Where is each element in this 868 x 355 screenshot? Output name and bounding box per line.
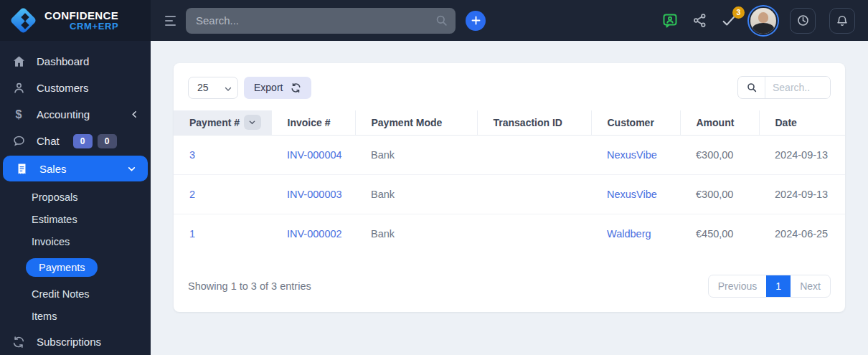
table-row[interactable]: 3 INV-000004 Bank NexusVibe €300,00 2024… bbox=[174, 135, 845, 174]
sidebar-subitem-label: Invoices bbox=[32, 236, 70, 247]
person-icon bbox=[11, 81, 26, 95]
sidebar-subitem-label: Proposals bbox=[32, 191, 77, 203]
topbar: 3 bbox=[151, 0, 868, 41]
cell-date: 2024-09-13 bbox=[759, 135, 845, 174]
cell-payment-number: 1 bbox=[174, 214, 271, 253]
cell-invoice: INV-000002 bbox=[271, 214, 355, 253]
chevron-down-icon bbox=[127, 164, 136, 174]
chat-badges: 0 0 bbox=[73, 134, 117, 148]
customer-link[interactable]: NexusVibe bbox=[607, 189, 657, 200]
sort-chevron-icon[interactable] bbox=[244, 115, 261, 130]
sidebar-subitem[interactable]: Items bbox=[0, 305, 151, 327]
col-header-invoice[interactable]: Invoice # bbox=[271, 110, 355, 135]
invoice-link[interactable]: INV-000003 bbox=[287, 189, 342, 200]
sidebar-subitem[interactable]: Estimates bbox=[0, 208, 151, 230]
brand-logo-icon bbox=[11, 9, 36, 33]
refresh-icon bbox=[291, 82, 301, 93]
table-search bbox=[737, 76, 831, 99]
pagination: Previous 1 Next bbox=[708, 275, 831, 298]
table-row[interactable]: 2 INV-000003 Bank NexusVibe €300,00 2024… bbox=[174, 174, 845, 214]
sidebar-item-subscriptions[interactable]: Subscriptions bbox=[0, 328, 151, 355]
cell-payment-mode: Bank bbox=[355, 214, 477, 253]
sidebar-item-accounting[interactable]: $ Accounting bbox=[0, 101, 151, 128]
sidebar-item-dashboard[interactable]: Dashboard bbox=[0, 48, 151, 75]
cell-invoice: INV-000003 bbox=[271, 174, 355, 214]
export-label: Export bbox=[254, 82, 283, 93]
todo-check-icon[interactable]: 3 bbox=[721, 13, 737, 29]
table-search-input[interactable] bbox=[765, 77, 830, 98]
table-toolbar: 25 Export bbox=[174, 76, 845, 99]
sidebar-subitem[interactable]: Proposals bbox=[0, 186, 151, 208]
cell-amount: €300,00 bbox=[680, 135, 759, 174]
brand-line1: CONFIDENCE bbox=[44, 10, 118, 22]
quick-add-button[interactable] bbox=[466, 11, 486, 31]
page-size-select-wrap: 25 bbox=[188, 77, 238, 99]
todo-count-badge: 3 bbox=[732, 6, 745, 19]
cell-payment-number: 3 bbox=[174, 135, 271, 174]
chat-bubble-icon bbox=[11, 134, 26, 148]
cell-customer: NexusVibe bbox=[591, 135, 680, 174]
col-header-transaction-id[interactable]: Transaction ID bbox=[477, 110, 591, 135]
global-search-input[interactable] bbox=[186, 8, 456, 34]
app-window: CONFIDENCE CRM+ERP Dashboard Customers $… bbox=[0, 0, 868, 355]
menu-toggle-icon[interactable] bbox=[165, 16, 176, 26]
sidebar-item-label: Accounting bbox=[37, 108, 119, 120]
table-header-row: Payment # Invoice # Payment Mode Transac… bbox=[174, 110, 845, 135]
dollar-icon: $ bbox=[11, 108, 26, 121]
col-header-payment-mode[interactable]: Payment Mode bbox=[355, 110, 477, 135]
sidebar-item-label: Subscriptions bbox=[37, 336, 139, 348]
col-header-customer[interactable]: Customer bbox=[591, 110, 680, 135]
invoice-link[interactable]: INV-000002 bbox=[287, 228, 342, 240]
global-search bbox=[186, 8, 456, 34]
user-avatar[interactable] bbox=[750, 8, 776, 34]
cell-customer: Waldberg bbox=[591, 214, 680, 253]
home-icon bbox=[11, 55, 26, 68]
cell-customer: NexusVibe bbox=[591, 174, 680, 214]
col-header-amount[interactable]: Amount bbox=[680, 110, 759, 135]
sidebar-subitem-label: Items bbox=[32, 311, 57, 322]
sidebar-item-label: Customers bbox=[37, 82, 139, 94]
messages-icon[interactable] bbox=[661, 12, 679, 29]
cell-payment-mode: Bank bbox=[355, 174, 477, 214]
notifications-button[interactable] bbox=[829, 8, 855, 34]
cell-date: 2024-09-13 bbox=[759, 174, 845, 214]
content-area: 25 Export bbox=[151, 41, 868, 355]
sidebar-item-label: Chat bbox=[37, 135, 60, 147]
payment-link[interactable]: 3 bbox=[189, 149, 195, 161]
chevron-left-icon bbox=[130, 110, 139, 119]
brand-logo[interactable]: CONFIDENCE CRM+ERP bbox=[0, 0, 151, 41]
page-size-select[interactable]: 25 bbox=[188, 77, 238, 99]
sidebar-item-chat[interactable]: Chat 0 0 bbox=[0, 128, 151, 154]
cell-transaction-id bbox=[477, 135, 591, 174]
payment-link[interactable]: 2 bbox=[189, 189, 195, 200]
payments-table: Payment # Invoice # Payment Mode Transac… bbox=[174, 110, 845, 253]
sidebar-subitem[interactable]: Invoices bbox=[0, 230, 151, 252]
col-header-payment[interactable]: Payment # bbox=[174, 110, 271, 135]
pagination-page-1[interactable]: 1 bbox=[766, 275, 791, 297]
customer-link[interactable]: NexusVibe bbox=[607, 149, 657, 161]
time-tracking-button[interactable] bbox=[790, 8, 816, 34]
entries-summary: Showing 1 to 3 of 3 entries bbox=[188, 280, 311, 292]
sidebar-item-label: Dashboard bbox=[37, 55, 139, 67]
sidebar-subitem[interactable]: Credit Notes bbox=[0, 283, 151, 305]
receipt-icon bbox=[14, 163, 29, 175]
cell-transaction-id bbox=[477, 174, 591, 214]
col-header-date[interactable]: Date bbox=[759, 110, 845, 135]
sidebar-subitem[interactable]: Payments bbox=[0, 252, 151, 283]
export-button[interactable]: Export bbox=[244, 77, 311, 99]
sidebar-subitem-label: Estimates bbox=[32, 214, 77, 225]
table-row[interactable]: 1 INV-000002 Bank Waldberg €450,00 2024-… bbox=[174, 214, 845, 253]
share-icon[interactable] bbox=[692, 13, 707, 28]
pagination-previous[interactable]: Previous bbox=[709, 275, 766, 297]
sidebar-item-label: Sales bbox=[39, 163, 116, 175]
cell-amount: €450,00 bbox=[680, 214, 759, 253]
customer-link[interactable]: Waldberg bbox=[607, 228, 651, 240]
sidebar-item-customers[interactable]: Customers bbox=[0, 75, 151, 101]
invoice-link[interactable]: INV-000004 bbox=[287, 149, 342, 161]
sidebar-item-sales[interactable]: Sales bbox=[3, 156, 148, 181]
main-area: 3 25 bbox=[151, 0, 868, 355]
search-icon[interactable] bbox=[738, 77, 765, 98]
payment-link[interactable]: 1 bbox=[189, 228, 195, 240]
pagination-next[interactable]: Next bbox=[791, 275, 830, 297]
chat-badge-unread: 0 bbox=[73, 134, 93, 148]
